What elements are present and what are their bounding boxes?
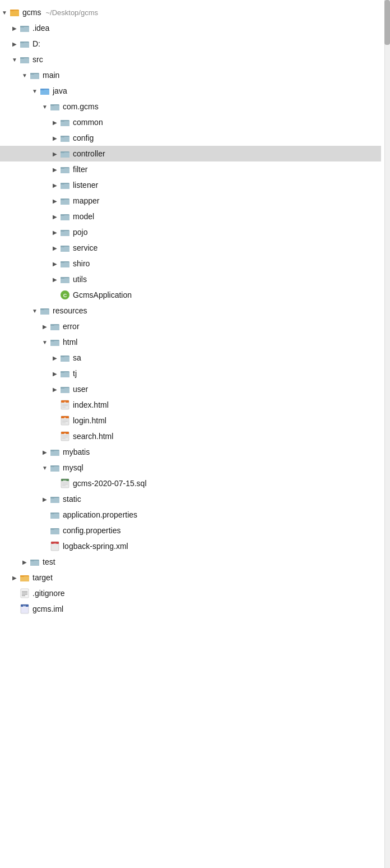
tree-arrow[interactable]: [50, 275, 59, 284]
tree-item-config-props[interactable]: config.properties: [0, 523, 381, 538]
tree-item-gcms-sql[interactable]: SQL gcms-2020-07-15.sql: [0, 475, 381, 491]
tree-arrow[interactable]: [40, 102, 49, 111]
tree-item-idea[interactable]: .idea: [0, 20, 381, 36]
tree-arrow[interactable]: [10, 573, 19, 582]
tree-arrow[interactable]: [40, 338, 49, 347]
tree-item-main[interactable]: main: [0, 67, 381, 83]
tree-item-test[interactable]: test: [0, 554, 381, 570]
folder-icon: [49, 101, 61, 112]
tree-item-utils[interactable]: utils: [0, 271, 381, 287]
svg-rect-13: [30, 74, 39, 79]
tree-item-service[interactable]: service: [0, 240, 381, 256]
tree-arrow[interactable]: [50, 149, 59, 158]
folder-icon: [59, 258, 71, 269]
tree-arrow[interactable]: [50, 353, 59, 362]
tree-item-gcms-app[interactable]: C GcmsApplication: [0, 287, 381, 303]
tree-item-label: config.properties: [63, 526, 121, 535]
tree-item-config[interactable]: config: [0, 130, 381, 146]
tree-arrow[interactable]: [0, 8, 9, 17]
tree-item-model[interactable]: model: [0, 209, 381, 224]
svg-rect-38: [61, 198, 64, 200]
tree-item-resources[interactable]: resources: [0, 303, 381, 318]
tree-arrow[interactable]: [50, 259, 59, 268]
tree-item-gitignore[interactable]: .gitignore: [0, 585, 381, 601]
tree-arrow[interactable]: [50, 243, 59, 252]
tree-arrow[interactable]: [10, 39, 19, 48]
tree-item-pojo[interactable]: pojo: [0, 224, 381, 240]
tree-item-label: controller: [73, 149, 105, 158]
tree-item-tj[interactable]: tj: [0, 366, 381, 381]
project-icon: [9, 7, 20, 18]
tree-item-shiro[interactable]: shiro: [0, 256, 381, 271]
tree-arrow[interactable]: [40, 322, 49, 331]
tree-arrow[interactable]: [30, 86, 39, 95]
tree-arrow[interactable]: [10, 24, 19, 33]
scrollbar-thumb[interactable]: [384, 0, 390, 45]
folder-icon: [59, 211, 71, 222]
tree-arrow[interactable]: [50, 369, 59, 378]
svg-rect-109: [50, 513, 54, 514]
tree-item-gcms-root[interactable]: gcms~/Desktop/gcms: [0, 4, 381, 20]
tree-arrow[interactable]: [50, 181, 59, 190]
svg-rect-50: [61, 261, 64, 263]
tree-item-label: search.html: [73, 432, 113, 441]
tree-arrow[interactable]: [50, 196, 59, 205]
scrollbar[interactable]: [384, 0, 390, 868]
svg-rect-31: [61, 168, 69, 173]
tree-arrow[interactable]: [50, 228, 59, 237]
tree-item-html[interactable]: html: [0, 334, 381, 350]
svg-rect-16: [40, 90, 49, 95]
folder-icon: [59, 148, 71, 159]
tree-item-user[interactable]: user: [0, 381, 381, 397]
tree-item-app-props[interactable]: application.properties: [0, 507, 381, 523]
folder-icon: [59, 164, 71, 175]
folder-icon: [59, 274, 71, 285]
tree-item-error[interactable]: error: [0, 318, 381, 334]
tree-arrow[interactable]: [50, 385, 59, 394]
tree-item-mysql[interactable]: mysql: [0, 460, 381, 475]
tree-item-src[interactable]: src: [0, 52, 381, 67]
tree-item-static[interactable]: static: [0, 491, 381, 507]
svg-rect-44: [61, 230, 64, 232]
folder-icon: [59, 368, 71, 379]
tree-item-search-html[interactable]: H search.html: [0, 428, 381, 444]
tree-arrow[interactable]: [10, 55, 19, 64]
tree-item-label: GcmsApplication: [73, 290, 132, 299]
tree-item-com-gcms[interactable]: com.gcms: [0, 99, 381, 114]
tree-item-sa[interactable]: sa: [0, 350, 381, 366]
tree-arrow[interactable]: [20, 557, 29, 566]
tree-arrow[interactable]: [30, 306, 39, 315]
tree-item-target[interactable]: target: [0, 570, 381, 585]
tree-item-mapper[interactable]: mapper: [0, 193, 381, 209]
tree-arrow[interactable]: [40, 447, 49, 456]
svg-text:SQL: SQL: [63, 480, 67, 482]
tree-item-label: resources: [53, 306, 87, 315]
tree-item-controller[interactable]: controller: [0, 146, 381, 161]
tree-arrow[interactable]: [40, 463, 49, 472]
tree-arrow: [40, 542, 49, 551]
svg-rect-26: [61, 136, 64, 137]
tree-item-login-html[interactable]: H login.html: [0, 413, 381, 428]
tree-item-listener[interactable]: listener: [0, 177, 381, 193]
tree-arrow[interactable]: [40, 495, 49, 504]
tree-arrow[interactable]: [50, 133, 59, 142]
tree-item-d-drive[interactable]: D:: [0, 36, 381, 52]
tree-item-java[interactable]: java: [0, 83, 381, 99]
tree-item-logback-xml[interactable]: </> logback-spring.xml: [0, 538, 381, 554]
tree-item-mybatis[interactable]: mybatis: [0, 444, 381, 460]
tree-arrow[interactable]: [20, 71, 29, 80]
folder-icon: [59, 132, 71, 144]
folder-icon: [49, 462, 61, 473]
tree-item-common[interactable]: common: [0, 114, 381, 130]
svg-rect-52: [61, 278, 69, 283]
tree-item-gcms-iml[interactable]: IML gcms.iml: [0, 601, 381, 617]
tree-item-label: tj: [73, 369, 77, 378]
tree-arrow[interactable]: [50, 118, 59, 127]
tree-arrow[interactable]: [50, 212, 59, 221]
tree-arrow[interactable]: [50, 165, 59, 174]
tree-item-index-html[interactable]: H index.html: [0, 397, 381, 413]
tree-item-label: java: [53, 86, 67, 95]
tree-item-filter[interactable]: filter: [0, 161, 381, 177]
folder-icon: [49, 446, 61, 458]
props-file-icon: [49, 509, 61, 520]
